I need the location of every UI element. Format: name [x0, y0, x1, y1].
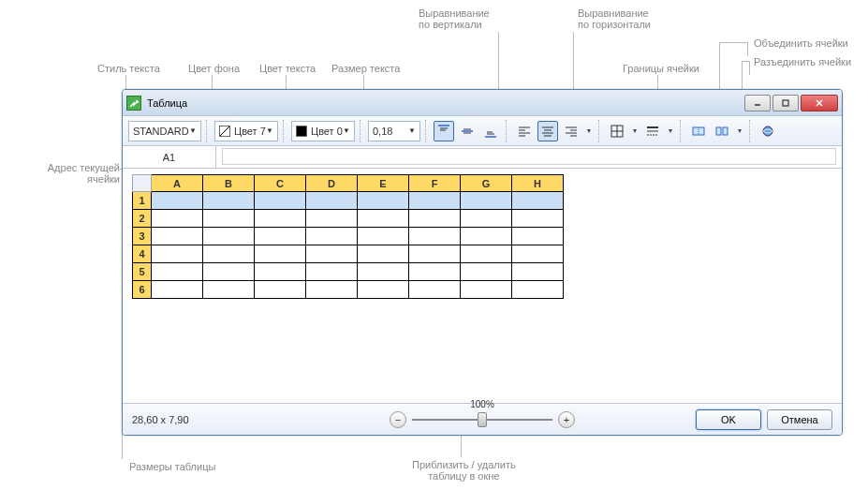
column-header[interactable]: H [512, 175, 564, 192]
symbol-table-button[interactable] [758, 121, 778, 141]
cell[interactable] [512, 228, 564, 245]
text-size-combo[interactable]: 0,18 ▼ [368, 121, 420, 141]
cell[interactable] [306, 192, 358, 210]
maximize-button[interactable] [772, 95, 799, 111]
cell[interactable] [409, 245, 461, 263]
cell[interactable] [203, 263, 255, 281]
cell[interactable] [461, 210, 512, 228]
cell[interactable] [152, 228, 203, 245]
cell[interactable] [512, 192, 564, 210]
zoom-thumb[interactable] [478, 412, 487, 427]
cell[interactable] [255, 210, 306, 228]
cell[interactable] [358, 228, 409, 245]
cell[interactable] [152, 192, 203, 210]
cell[interactable] [409, 281, 461, 299]
cell[interactable] [203, 245, 255, 263]
valign-middle-button[interactable] [457, 121, 478, 141]
spreadsheet-grid[interactable]: A B C D E F G H 1 2 3 4 5 6 [132, 174, 564, 299]
chevron-down-icon: ▼ [343, 126, 350, 135]
cell[interactable] [255, 228, 306, 245]
cell[interactable] [409, 228, 461, 245]
cell[interactable] [203, 281, 255, 299]
text-color-combo[interactable]: Цвет 0 ▼ [291, 121, 355, 141]
callout-zoom: Приблизить / удалить таблицу в окне [412, 459, 516, 482]
cell[interactable] [409, 210, 461, 228]
cell[interactable] [152, 210, 203, 228]
cell[interactable] [358, 281, 409, 299]
cell[interactable] [152, 245, 203, 263]
ok-button[interactable]: OK [696, 409, 761, 430]
text-style-combo[interactable]: STANDARD ▼ [128, 121, 201, 141]
statusbar: 28,60 x 7,90 − 100% + OK Отмена [123, 403, 842, 435]
callout-text-color: Цвет текста [259, 63, 316, 74]
cell[interactable] [358, 210, 409, 228]
column-header[interactable]: D [306, 175, 358, 192]
cell[interactable] [306, 263, 358, 281]
cell[interactable] [461, 228, 512, 245]
valign-top-button[interactable] [434, 121, 454, 141]
column-header[interactable]: E [358, 175, 409, 192]
border-style-dropdown[interactable]: ▼ [666, 121, 675, 141]
halign-dropdown[interactable]: ▼ [584, 121, 594, 141]
column-header[interactable]: A [152, 175, 203, 192]
halign-left-button[interactable] [514, 121, 535, 141]
unmerge-cells-button[interactable] [712, 121, 732, 141]
cell[interactable] [306, 228, 358, 245]
column-header[interactable]: B [203, 175, 255, 192]
cell[interactable] [203, 228, 255, 245]
cell[interactable] [409, 263, 461, 281]
zoom-slider[interactable]: 100% [412, 412, 552, 427]
cell[interactable] [358, 192, 409, 210]
merge-cells-button[interactable] [688, 121, 709, 141]
cell[interactable] [461, 192, 512, 210]
cell[interactable] [461, 245, 512, 263]
formula-input[interactable] [222, 148, 836, 165]
row-header[interactable]: 1 [133, 192, 152, 210]
borders-dropdown[interactable]: ▼ [630, 121, 640, 141]
halign-right-button[interactable] [561, 121, 581, 141]
cell[interactable] [203, 192, 255, 210]
row-header[interactable]: 5 [133, 263, 152, 281]
cell[interactable] [306, 210, 358, 228]
cell[interactable] [306, 281, 358, 299]
dialog-window: Таблица STANDARD ▼ Цвет 7 ▼ Цвет 0 [122, 89, 843, 436]
cell[interactable] [255, 281, 306, 299]
cancel-button[interactable]: Отмена [767, 409, 832, 430]
cell[interactable] [409, 192, 461, 210]
cell[interactable] [152, 263, 203, 281]
row-header[interactable]: 3 [133, 228, 152, 245]
cell[interactable] [461, 281, 512, 299]
cell[interactable] [255, 263, 306, 281]
zoom-in-button[interactable]: + [558, 411, 575, 428]
zoom-out-button[interactable]: − [390, 411, 406, 428]
select-all-corner[interactable] [133, 175, 152, 192]
column-header[interactable]: C [255, 175, 306, 192]
merge-dropdown[interactable]: ▼ [735, 121, 744, 141]
border-style-button[interactable] [642, 121, 663, 141]
cell[interactable] [255, 245, 306, 263]
cell[interactable] [203, 210, 255, 228]
cell[interactable] [512, 245, 564, 263]
cell[interactable] [152, 281, 203, 299]
cell[interactable] [512, 210, 564, 228]
cell[interactable] [358, 245, 409, 263]
cell[interactable] [358, 263, 409, 281]
column-header[interactable]: G [461, 175, 512, 192]
cell[interactable] [512, 281, 564, 299]
cell[interactable] [512, 263, 564, 281]
halign-center-button[interactable] [537, 121, 558, 141]
close-button[interactable] [801, 95, 838, 111]
borders-all-button[interactable] [607, 121, 627, 141]
minimize-button[interactable] [744, 95, 771, 111]
separator [360, 120, 363, 142]
row-header[interactable]: 2 [133, 210, 152, 228]
bg-color-combo[interactable]: Цвет 7 ▼ [214, 121, 278, 141]
cell-address-box[interactable]: A1 [123, 146, 216, 168]
cell[interactable] [306, 245, 358, 263]
row-header[interactable]: 4 [133, 245, 152, 263]
valign-bottom-button[interactable] [480, 121, 501, 141]
column-header[interactable]: F [409, 175, 461, 192]
cell[interactable] [255, 192, 306, 210]
row-header[interactable]: 6 [133, 281, 152, 299]
cell[interactable] [461, 263, 512, 281]
